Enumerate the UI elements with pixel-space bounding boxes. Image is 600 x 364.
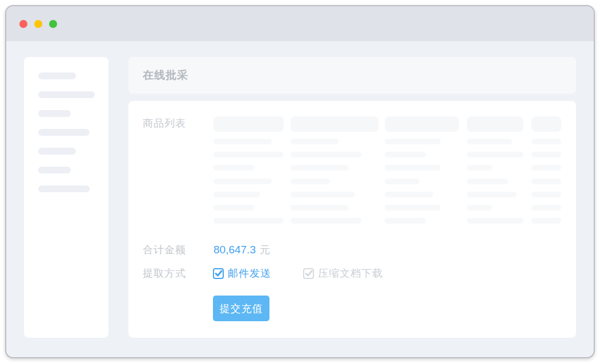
delivery-method-row: 提取方式 邮件发送 压缩文档下载	[128, 266, 576, 280]
skeleton-row-bar	[385, 218, 426, 224]
skeleton-row-bar	[531, 218, 561, 224]
submit-recharge-button[interactable]: 提交充值	[213, 296, 269, 321]
skeleton-header-bar	[214, 116, 284, 132]
skeleton-row-bar	[214, 218, 284, 224]
sidebar-skeleton	[24, 57, 108, 192]
skeleton-row-bar	[214, 192, 260, 197]
skeleton-row-bar	[291, 192, 355, 197]
titlebar	[6, 6, 594, 41]
skeleton-row-bar	[531, 179, 561, 184]
skeleton-row-bar	[531, 192, 561, 197]
skeleton-row-bar	[467, 152, 524, 157]
product-table-skeleton	[128, 101, 576, 232]
skeleton-row-bar	[291, 152, 361, 157]
skeleton-row-bar	[467, 192, 517, 197]
skeleton-row-bar	[214, 179, 272, 184]
checkbox-checked-disabled-icon	[303, 268, 314, 279]
skeleton-row-bar	[214, 152, 284, 157]
skeleton-row-bar	[385, 179, 420, 184]
skeleton-row-bar	[385, 165, 441, 171]
skeleton-row-bar	[291, 218, 361, 224]
delivery-method-label: 提取方式	[143, 266, 213, 280]
skeleton-row-bar	[291, 165, 349, 171]
skeleton-header-bar	[531, 116, 561, 132]
page-title: 在线批采	[143, 68, 188, 83]
skeleton-row-bar	[467, 218, 524, 224]
skeleton-row-bar	[385, 152, 426, 157]
sidebar-skeleton-line	[38, 129, 90, 136]
skeleton-row-bar	[531, 152, 561, 157]
skeleton-header-bar	[467, 116, 524, 132]
skeleton-row-bar	[467, 139, 512, 144]
skeleton-row-bar	[467, 165, 492, 171]
skeleton-row-bar	[385, 192, 433, 197]
skeleton-row-bar	[214, 205, 255, 211]
browser-window: 在线批采 商品列表 合计金额 80,647.3 元 提取方式 邮件发送	[5, 5, 595, 358]
sidebar-skeleton-line	[38, 148, 76, 155]
checkbox-email-delivery[interactable]: 邮件发送	[213, 266, 271, 280]
skeleton-row-bar	[291, 205, 349, 211]
skeleton-row-bar	[531, 205, 561, 211]
skeleton-row-bar	[214, 165, 255, 171]
main-card: 商品列表 合计金额 80,647.3 元 提取方式 邮件发送	[128, 101, 576, 338]
skeleton-header-bar	[291, 116, 378, 132]
checkbox-checked-icon	[213, 268, 224, 279]
sidebar-skeleton-line	[38, 185, 90, 192]
total-amount-label: 合计金额	[143, 243, 214, 257]
skeleton-row-bar	[531, 165, 561, 171]
sidebar-skeleton-line	[38, 72, 76, 79]
sidebar-skeleton-line	[38, 91, 95, 98]
skeleton-row-bar	[467, 205, 492, 211]
skeleton-row-bar	[531, 139, 561, 144]
total-amount-value: 80,647.3	[214, 244, 256, 256]
checkbox-zip-label: 压缩文档下载	[318, 266, 383, 280]
skeleton-header-bar	[385, 116, 459, 132]
skeleton-row-bar	[385, 205, 441, 211]
page-content: 在线批采 商品列表 合计金额 80,647.3 元 提取方式 邮件发送	[6, 41, 594, 357]
skeleton-row-bar	[214, 139, 272, 144]
total-amount-row: 合计金额 80,647.3 元	[128, 243, 576, 257]
close-window-icon[interactable]	[19, 20, 27, 28]
minimize-window-icon[interactable]	[34, 20, 42, 28]
skeleton-row-bar	[385, 139, 441, 144]
skeleton-row-bar	[467, 179, 508, 184]
skeleton-row-bar	[291, 139, 339, 144]
page-header: 在线批采	[128, 57, 576, 94]
total-amount-unit: 元	[260, 243, 270, 257]
checkbox-zip-download[interactable]: 压缩文档下载	[303, 266, 383, 280]
checkbox-email-label: 邮件发送	[228, 266, 271, 280]
skeleton-row-bar	[291, 179, 330, 184]
sidebar-skeleton-line	[38, 110, 71, 117]
sidebar-skeleton-line	[38, 167, 71, 173]
maximize-window-icon[interactable]	[49, 20, 57, 28]
sidebar	[24, 57, 108, 338]
